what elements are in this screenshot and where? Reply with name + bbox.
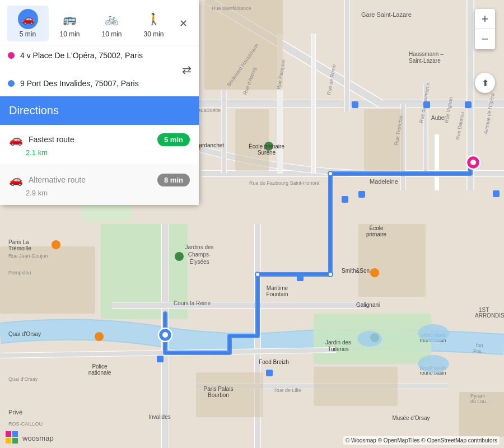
origin-text[interactable]: 4 v Place De L'Opéra, 75002, Paris (20, 51, 191, 60)
directions-panel: 🚗 5 min 🚌 10 min 🚲 10 min 🚶 30 min ✕ (0, 0, 199, 205)
svg-text:Tuileries: Tuileries (328, 346, 348, 352)
svg-text:Smith&Son: Smith&Son (342, 268, 370, 274)
map-attribution: © Woosmap © OpenMapTiles © OpenStreetMap… (343, 436, 500, 445)
woosmap-logo: woosmap (6, 431, 54, 445)
svg-text:Invalides: Invalides (148, 414, 170, 420)
svg-text:Élysées: Élysées (189, 258, 209, 265)
svg-text:Bourbon: Bourbon (208, 392, 229, 398)
svg-text:Cours la Reine: Cours la Reine (174, 300, 211, 306)
alt-route-badge: 8 min (157, 174, 190, 186)
transport-tabs: 🚗 5 min 🚌 10 min 🚲 10 min 🚶 30 min ✕ (0, 0, 199, 45)
origin-row: 4 v Place De L'Opéra, 75002, Paris (8, 51, 191, 60)
svg-text:Rue Bienfaisance: Rue Bienfaisance (212, 6, 251, 11)
svg-text:École: École (369, 225, 383, 231)
svg-text:Lardanchet: Lardanchet (196, 142, 224, 148)
svg-point-51 (52, 240, 60, 249)
svg-text:Quai d'Orsay: Quai d'Orsay (8, 331, 41, 337)
svg-rect-40 (314, 367, 398, 406)
svg-text:Rue du Faubourg Saint-Honoré: Rue du Faubourg Saint-Honoré (249, 180, 320, 186)
logo-text: woosmap (22, 434, 54, 442)
compass-button[interactable]: ⬆ (475, 73, 495, 93)
svg-text:Jardin des: Jardin des (325, 339, 351, 346)
walk-icon: 🚶 (147, 12, 161, 26)
fastest-route-item[interactable]: 🚗 Fastest route 5 min 2.1 km (0, 125, 199, 165)
zoom-in-button[interactable]: + (475, 9, 495, 29)
transit-icon: 🚌 (63, 12, 77, 26)
svg-rect-35 (235, 109, 269, 171)
tab-car[interactable]: 🚗 5 min (7, 6, 49, 41)
zoom-out-button[interactable]: − (475, 29, 495, 49)
origin-dot (8, 52, 15, 59)
alt-route-item[interactable]: 🚗 Alternative route 8 min 2.9 km (0, 165, 199, 205)
svg-text:Paris La: Paris La (8, 239, 29, 245)
svg-rect-44 (342, 196, 348, 203)
fastest-route-icon: 🚗 (9, 133, 23, 146)
svg-text:primaire: primaire (366, 231, 387, 237)
svg-rect-49 (266, 370, 273, 376)
car-icon: 🚗 (22, 13, 34, 25)
swap-button[interactable]: ⇅ (180, 66, 193, 75)
svg-text:Fountain: Fountain (267, 291, 288, 297)
svg-text:Privé: Privé (8, 409, 22, 416)
svg-text:du Lou...: du Lou... (470, 399, 490, 404)
svg-text:ARRONDIS...: ARRONDIS... (475, 312, 504, 319)
locations-section: 4 v Place De L'Opéra, 75002, Paris ⇅ 9 P… (0, 45, 199, 96)
tab-bike-time: 10 min (101, 30, 122, 38)
svg-text:nationale: nationale (88, 370, 111, 376)
svg-text:Pyram: Pyram (470, 393, 485, 399)
svg-text:Jardins des: Jardins des (185, 244, 213, 250)
svg-text:Paris Palais: Paris Palais (204, 386, 234, 392)
svg-rect-48 (358, 191, 365, 198)
svg-rect-47 (493, 190, 500, 197)
svg-point-53 (370, 268, 379, 277)
directions-title: Directions (9, 104, 59, 116)
svg-point-60 (470, 160, 476, 165)
fastest-route-badge: 5 min (157, 133, 190, 146)
svg-rect-41 (352, 101, 358, 108)
tab-bike[interactable]: 🚲 10 min (91, 6, 133, 41)
tab-transit[interactable]: 🚌 10 min (49, 6, 91, 41)
fastest-route-distance: 2.1 km (26, 148, 190, 157)
directions-header: Directions (0, 96, 199, 125)
svg-point-122 (357, 331, 382, 347)
svg-rect-42 (297, 274, 304, 281)
svg-point-52 (95, 332, 104, 341)
svg-text:Pompidou: Pompidou (8, 270, 31, 276)
alt-route-distance: 2.9 km (26, 189, 190, 197)
bike-icon: 🚲 (105, 12, 119, 26)
alt-route-icon: 🚗 (9, 173, 23, 186)
routes-list: 🚗 Fastest route 5 min 2.1 km 🚗 Alternati… (0, 125, 199, 205)
svg-point-125 (328, 171, 333, 176)
destination-dot (8, 80, 15, 87)
svg-text:Rue de Lille: Rue de Lille (274, 388, 301, 393)
svg-point-58 (162, 332, 168, 338)
svg-rect-34 (204, 0, 283, 90)
svg-point-124 (418, 355, 449, 373)
svg-text:Quai d'Orsay: Quai d'Orsay (8, 376, 38, 382)
svg-text:Police: Police (92, 363, 108, 370)
tab-walk[interactable]: 🚶 30 min (133, 6, 175, 41)
svg-point-127 (255, 272, 260, 277)
tab-walk-time: 30 min (143, 30, 164, 38)
svg-text:Champs-: Champs- (188, 251, 211, 258)
svg-rect-128 (6, 431, 11, 437)
svg-text:Musée d'Orsay: Musée d'Orsay (393, 415, 430, 421)
tab-car-time: 5 min (20, 30, 36, 38)
destination-row: 9 Port Des Invalides, 75007, Paris (8, 79, 191, 88)
alt-route-top: 🚗 Alternative route 8 min (9, 173, 190, 186)
destination-text[interactable]: 9 Port Des Invalides, 75007, Paris (20, 79, 191, 88)
close-button[interactable]: ✕ (175, 15, 192, 32)
svg-point-126 (328, 272, 333, 277)
svg-text:Saint-Lazare: Saint-Lazare (409, 58, 441, 64)
svg-rect-39 (196, 372, 263, 417)
svg-text:Food Breizh: Food Breizh (259, 359, 289, 365)
svg-text:Madeleine: Madeleine (370, 178, 398, 185)
svg-rect-43 (157, 356, 164, 362)
svg-point-55 (175, 252, 184, 261)
svg-text:fon: fon (476, 343, 483, 348)
svg-text:Maritime: Maritime (267, 285, 288, 291)
alt-route-label: Alternative route (29, 175, 86, 184)
svg-rect-129 (12, 431, 18, 437)
zoom-controls: + − (475, 9, 495, 49)
fastest-route-left: 🚗 Fastest route (9, 133, 74, 146)
